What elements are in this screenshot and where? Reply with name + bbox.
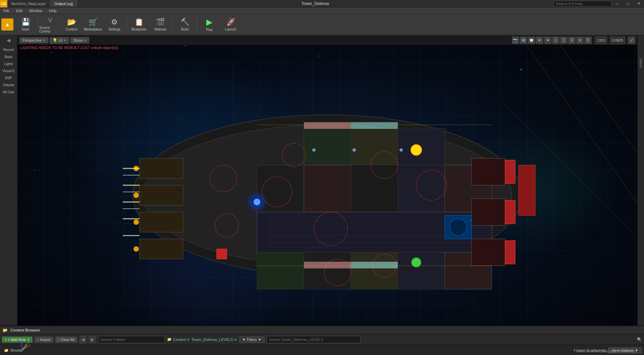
vp-4-icon[interactable]: 4 <box>576 37 584 44</box>
build-button[interactable]: 🔨 Build <box>174 15 196 34</box>
window-controls: ─ □ ✕ <box>612 0 644 7</box>
level-info: Level: BenKlein_MapLarge (Persistent) <box>576 349 635 353</box>
toolbar-sep-2 <box>126 18 127 31</box>
svg-rect-51 <box>217 249 227 259</box>
sidebar-item-volume[interactable]: Volume <box>1 82 16 88</box>
nav-back-button[interactable]: ◀ <box>79 336 87 343</box>
vp-maximize-icon[interactable]: ⤢ <box>628 37 635 44</box>
perspective-button[interactable]: Perspective ▼ <box>19 37 48 43</box>
vp-1-icon[interactable]: 1 <box>552 37 559 44</box>
blueprints-icon: 📋 <box>135 18 144 27</box>
sidebar-item-allclas[interactable]: All Clas <box>1 89 16 95</box>
perspective-label: Perspective <box>22 38 42 42</box>
search-folders-input[interactable] <box>98 336 165 343</box>
svg-rect-19 <box>304 252 351 289</box>
star <box>521 69 522 70</box>
source-control-icon: ⑂ <box>48 16 52 25</box>
save-all-button[interactable]: □ Save All <box>55 337 77 343</box>
svg-point-36 <box>133 219 139 225</box>
sidebar-item-basic[interactable]: Basic <box>1 54 16 60</box>
toolbar-ue-icon: ▲ <box>1 18 13 31</box>
vp-light-icon[interactable]: ✦ <box>544 37 551 44</box>
sidebar-item-visual[interactable]: Visual E <box>1 68 16 74</box>
svg-rect-84 <box>304 262 351 268</box>
svg-point-37 <box>133 246 139 252</box>
marketplace-button[interactable]: 🛒 Marketplace <box>82 15 104 34</box>
launch-button[interactable]: 🚀 Launch <box>220 15 241 34</box>
svg-rect-9 <box>304 128 351 165</box>
search-icon[interactable]: 🔍 <box>637 337 642 342</box>
sidebar-item-lights[interactable]: Lights <box>1 61 16 67</box>
select-label[interactable]: Select <box>638 56 643 70</box>
close-button[interactable]: ✕ <box>633 0 644 7</box>
svg-point-35 <box>133 193 139 198</box>
lit-button[interactable]: 💡 Lit ▼ <box>50 37 69 44</box>
title-search[interactable] <box>553 1 612 7</box>
breadcrumb-levels[interactable]: Tower_Defense_LEVELS <box>192 338 233 342</box>
viewport: Perspective ▼ 💡 Lit ▼ Show ▼ 📷 ⊞ 🔲 <box>17 36 637 355</box>
vp-snap-icon[interactable]: 🔲 <box>528 37 535 44</box>
save-icon: 💾 <box>21 18 30 27</box>
vp-5-icon[interactable]: 5 <box>584 37 592 44</box>
menu-file[interactable]: File <box>0 7 13 14</box>
content-icon: 📂 <box>67 18 76 27</box>
svg-rect-82 <box>304 122 351 129</box>
maximize-button[interactable]: □ <box>623 0 633 7</box>
show-button[interactable]: Show ▼ <box>70 37 89 43</box>
tab-output-log[interactable]: Output Log <box>50 0 77 7</box>
svg-rect-10 <box>351 128 398 165</box>
blueprints-button[interactable]: 📋 Blueprints <box>128 15 150 34</box>
vp-mode-icon[interactable]: ☀ <box>536 37 543 44</box>
tab-maplarger[interactable]: BenKlein_MapLarger <box>7 0 50 7</box>
menu-window[interactable]: Window <box>26 7 46 14</box>
ship-svg <box>109 98 545 293</box>
svg-point-49 <box>411 145 422 155</box>
menu-edit[interactable]: Edit <box>13 7 26 14</box>
sidebar-item-bsp[interactable]: BSP <box>1 75 16 81</box>
add-new-icon: + <box>5 338 7 342</box>
svg-text:Z: Z <box>20 339 22 343</box>
svg-rect-33 <box>519 165 535 215</box>
toolbar: ▲ 💾 Save ⑂ Source Control 📂 Content 🛒 Ma… <box>0 14 644 36</box>
menu-help[interactable]: Help <box>46 7 60 14</box>
svg-text:Y: Y <box>27 341 29 344</box>
vp-3-icon[interactable]: 3 <box>568 37 576 44</box>
matinee-button[interactable]: 🎬 Matinee <box>150 15 171 34</box>
breadcrumb-content[interactable]: Content <box>173 338 186 342</box>
settings-button[interactable]: ⚙ Settings <box>104 15 125 34</box>
play-button[interactable]: ▶ Play <box>199 15 220 34</box>
content-browser-bottom: 📁 Shooter 4 items (1 selected) View Opti… <box>0 345 644 355</box>
star <box>185 46 186 46</box>
import-button[interactable]: ↓ Import <box>35 337 53 343</box>
vp-camera-icon[interactable]: 📷 <box>512 37 519 44</box>
svg-rect-21 <box>398 252 445 289</box>
title-search-input[interactable] <box>556 2 609 6</box>
star <box>470 220 471 221</box>
left-panel-collapse[interactable]: ◀ <box>7 38 10 43</box>
zoom-display: 0.0625 <box>610 37 625 44</box>
nav-forward-button[interactable]: ▶ <box>89 336 96 343</box>
folder-item-icon: 📁 <box>4 348 9 353</box>
svg-rect-23 <box>140 158 183 179</box>
toolbar-sep-3 <box>172 18 173 31</box>
svg-rect-25 <box>140 212 183 232</box>
svg-point-48 <box>254 199 260 205</box>
content-button[interactable]: 📂 Content <box>61 15 82 34</box>
save-button[interactable]: 💾 Save <box>15 15 36 34</box>
vp-grid-icon[interactable]: ⊞ <box>520 37 527 44</box>
matinee-icon: 🎬 <box>156 18 165 27</box>
play-icon: ▶ <box>206 17 212 27</box>
star <box>554 136 554 137</box>
svg-rect-20 <box>351 252 398 289</box>
source-control-button[interactable]: ⑂ Source Control <box>39 15 61 34</box>
search-content-input[interactable] <box>267 336 361 343</box>
svg-rect-13 <box>304 165 351 212</box>
minimize-button[interactable]: ─ <box>612 0 623 7</box>
star <box>34 170 35 170</box>
toolbar-sep-4 <box>197 18 197 31</box>
sidebar-item-recent[interactable]: Recent <box>1 47 16 53</box>
vp-2-icon[interactable]: 2 <box>560 37 568 44</box>
star <box>252 86 253 86</box>
ue-logo: UE <box>0 0 7 7</box>
filters-button[interactable]: ▼ Filters ▼ <box>239 337 265 343</box>
